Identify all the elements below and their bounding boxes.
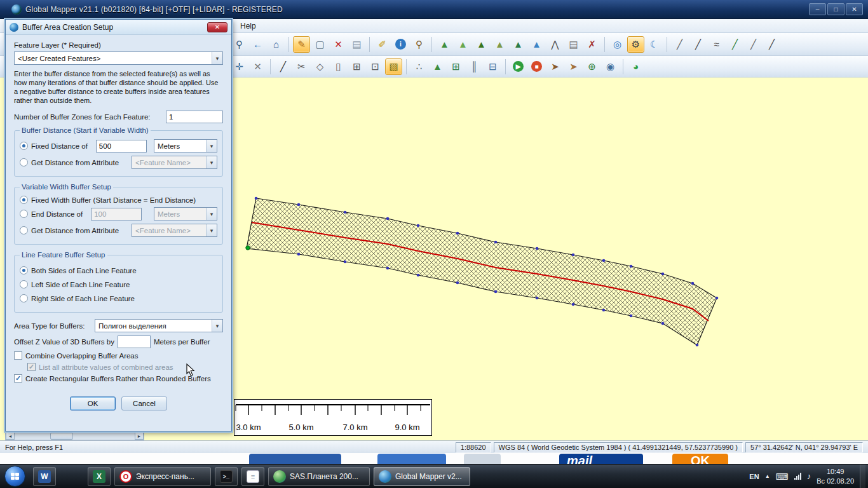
create-points-icon[interactable]: ∴ <box>410 58 428 75</box>
start-button[interactable] <box>4 466 25 487</box>
watershed-icon[interactable]: ▲ <box>528 36 545 53</box>
taskbar-document-button[interactable]: ≡ <box>241 467 264 486</box>
night-mode-icon[interactable]: ☾ <box>646 36 663 53</box>
combine-overlapping-checkbox[interactable] <box>14 351 22 360</box>
cancel-button[interactable]: Cancel <box>121 396 167 410</box>
feature-info-icon[interactable]: i <box>392 36 409 53</box>
path-profile-icon[interactable]: ⋀ <box>546 36 564 53</box>
toolbar-separator <box>369 37 370 52</box>
full-view-icon[interactable]: ⌂ <box>268 36 285 53</box>
dialog-titlebar[interactable]: Buffer Area Creation Setup ✕ <box>6 20 231 35</box>
speed-slow-icon[interactable]: ➤ <box>565 58 582 75</box>
close-button[interactable]: ✕ <box>846 3 863 15</box>
menu-help[interactable]: Help <box>236 21 260 31</box>
line-style-5-icon[interactable]: ╱ <box>745 36 762 53</box>
digitizer-tool-icon[interactable]: ✎ <box>293 36 310 53</box>
combine-overlapping-label: Combine Overlapping Buffer Areas <box>25 352 139 360</box>
line-style-2-icon[interactable]: ╱ <box>689 36 707 53</box>
pan-move-icon[interactable]: ✛ <box>231 58 248 75</box>
area-type-select[interactable]: Полигон выделения <box>95 319 223 332</box>
background-banner <box>377 454 446 464</box>
contour-generate-icon[interactable]: ▲ <box>510 36 527 53</box>
taskbar-global-mapper-button[interactable]: Global Mapper v2... <box>374 467 470 486</box>
options-gear-icon[interactable]: ⚙ <box>627 36 644 53</box>
distance-from-attribute-radio[interactable] <box>20 158 28 166</box>
display-window-icon[interactable]: ⊟ <box>484 58 501 75</box>
online-data-icon[interactable]: ◎ <box>609 36 626 53</box>
add-overlay-icon[interactable]: ⊕ <box>583 58 600 75</box>
play-icon[interactable]: ▶ <box>510 58 527 75</box>
taskbar-opera-button[interactable]: O Экспресс-пань... <box>114 467 211 486</box>
horizontal-scrollbar[interactable]: ◄ ► <box>5 431 144 440</box>
taskbar-excel-button[interactable]: X <box>88 467 111 486</box>
taskbar-word-button[interactable]: W <box>33 467 56 486</box>
line-style-4-icon[interactable]: ╱ <box>726 36 743 53</box>
width-from-attribute-radio[interactable] <box>20 226 28 234</box>
zones-input[interactable] <box>166 111 223 123</box>
create-rectangle-icon[interactable]: ▯ <box>330 58 347 75</box>
daylight-shader-icon[interactable]: ▲ <box>473 36 490 53</box>
toolbar-separator <box>288 37 289 52</box>
line-style-1-icon[interactable]: ╱ <box>671 36 688 53</box>
line-style-3-icon[interactable]: ≈ <box>708 36 725 53</box>
mouse-cursor <box>186 363 195 377</box>
maximize-button[interactable]: □ <box>827 3 844 15</box>
previous-view-icon[interactable]: ← <box>249 36 266 53</box>
start-vertex-point <box>246 246 250 250</box>
hidden-icons-button[interactable]: ▲ <box>765 473 770 479</box>
split-line-icon[interactable]: ✂ <box>293 58 310 75</box>
dialog-close-button[interactable]: ✕ <box>207 22 227 32</box>
delete-feature-icon[interactable]: ✕ <box>330 36 347 53</box>
minimize-button[interactable]: – <box>809 3 826 15</box>
measure-tool-icon[interactable]: ✐ <box>374 36 391 53</box>
create-line-icon[interactable]: ╱ <box>275 58 292 75</box>
tray-date: Вс 02.08.20 <box>817 477 854 486</box>
volume-icon[interactable]: ♪ <box>807 471 811 481</box>
line-side-radio[interactable] <box>20 266 28 274</box>
terrain-paint-icon[interactable]: ▲ <box>429 58 446 75</box>
fixed-width-radio[interactable] <box>20 196 28 204</box>
slope-shader-icon[interactable]: ▲ <box>491 36 508 53</box>
lidar-profile-icon[interactable]: ║ <box>466 58 483 75</box>
tray-clock[interactable]: 10:49 Вс 02.08.20 <box>817 467 854 486</box>
snap-grid-icon[interactable]: ⊞ <box>348 58 365 75</box>
create-area-icon[interactable]: ◇ <box>311 58 329 75</box>
rectangular-buffers-checkbox[interactable] <box>14 374 22 383</box>
create-grid-icon[interactable]: ⊞ <box>447 58 465 75</box>
deselect-icon[interactable]: ✕ <box>249 58 266 75</box>
feature-layer-select[interactable]: <User Created Features> <box>14 51 223 65</box>
end-distance-radio[interactable] <box>20 210 28 218</box>
taskbar-sas-planet-button[interactable]: SAS.Планета 200... <box>268 467 370 486</box>
scale-label: 7.0 km <box>342 423 367 432</box>
scroll-right-icon[interactable]: ► <box>135 432 144 440</box>
crop-tool-icon[interactable]: ⊡ <box>367 58 384 75</box>
fixed-distance-radio[interactable] <box>20 142 28 150</box>
zoom-tool-icon[interactable]: ⚲ <box>231 36 248 53</box>
edit-select-icon[interactable]: ▢ <box>311 36 329 53</box>
script-icon[interactable]: ▤ <box>565 36 582 53</box>
distance-units-select[interactable]: Meters <box>154 139 217 152</box>
search-features-icon[interactable]: ⚲ <box>410 36 428 53</box>
scroll-left-icon[interactable]: ◄ <box>6 432 15 440</box>
ok-button[interactable]: OK <box>70 396 116 410</box>
clear-workspace-icon[interactable]: ✗ <box>583 36 600 53</box>
network-icon[interactable] <box>794 473 801 480</box>
create-buffer-icon[interactable]: ▧ <box>385 58 402 75</box>
line-side-radio[interactable] <box>20 280 28 288</box>
attribute-editor-icon[interactable]: ▤ <box>348 36 365 53</box>
offset-z-input[interactable] <box>118 336 151 348</box>
speed-fast-icon[interactable]: ➤ <box>546 58 564 75</box>
terrain-shader-icon[interactable]: ▲ <box>454 36 471 53</box>
keyboard-icon[interactable]: ⌨ <box>776 471 789 482</box>
scrollbar-thumb[interactable] <box>50 433 73 440</box>
line-side-radio[interactable] <box>20 294 28 302</box>
3d-view-icon[interactable]: ◕ <box>627 58 644 75</box>
fixed-distance-input[interactable] <box>96 140 147 152</box>
elevation-grid-icon[interactable]: ▲ <box>436 36 453 53</box>
taskbar-console-button[interactable]: >_ <box>215 467 238 486</box>
language-indicator[interactable]: EN <box>749 473 759 480</box>
show-desktop-button[interactable] <box>860 464 865 488</box>
stop-icon[interactable]: ■ <box>528 58 545 75</box>
line-style-6-icon[interactable]: ╱ <box>763 36 780 53</box>
view-options-icon[interactable]: ◉ <box>602 58 619 75</box>
